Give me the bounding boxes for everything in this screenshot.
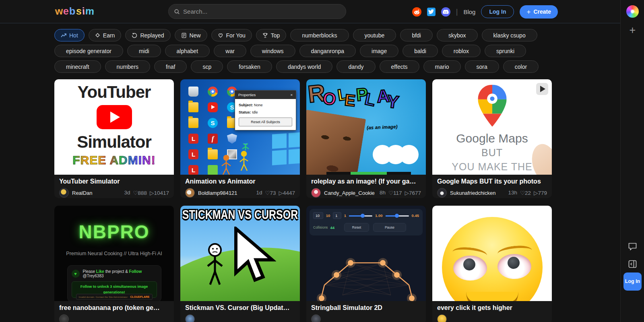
author-name[interactable]: Boldlamp984121 bbox=[198, 190, 253, 196]
tag-forsaken[interactable]: forsaken bbox=[227, 60, 272, 73]
thumbnail bbox=[432, 206, 552, 301]
filter-top[interactable]: Top bbox=[256, 29, 287, 41]
project-card-every-click[interactable]: every click it gets higher bbox=[432, 206, 552, 322]
tag-color[interactable]: color bbox=[503, 60, 539, 73]
tag-dandy[interactable]: dandy bbox=[336, 60, 375, 73]
like-icon: ♡ bbox=[133, 190, 138, 196]
card-title: every click it gets higher bbox=[432, 301, 552, 312]
close-icon[interactable]: × bbox=[290, 93, 293, 97]
author-name[interactable]: Sukunafriedchicken bbox=[450, 190, 505, 196]
tag-sora[interactable]: sora bbox=[465, 60, 499, 73]
card-title: free nanobanana pro (token ge… bbox=[54, 301, 174, 312]
emoji-eye bbox=[497, 254, 531, 279]
filter-hot[interactable]: Hot bbox=[54, 29, 85, 41]
top-header: websim | Blog Log In + Create bbox=[0, 0, 620, 23]
stringball-network bbox=[306, 241, 426, 301]
filter-replayed[interactable]: Replayed bbox=[125, 29, 170, 41]
avatar[interactable] bbox=[59, 314, 69, 322]
avatar[interactable] bbox=[59, 188, 69, 198]
shield-icon bbox=[227, 134, 237, 144]
card-meta: Sukunafriedchicken 13h ♡22 ▷779 bbox=[432, 186, 552, 198]
tag-war[interactable]: war bbox=[214, 45, 246, 57]
tag-youtube[interactable]: youtube bbox=[353, 29, 396, 41]
search-input[interactable] bbox=[183, 8, 341, 15]
filter-row-1: Hot Earn Replayed New For You Top number… bbox=[54, 29, 537, 41]
avatar[interactable] bbox=[311, 188, 321, 198]
tag-klasky-csupo[interactable]: klasky csupo bbox=[482, 29, 537, 41]
tag-fnaf[interactable]: fnaf bbox=[154, 60, 187, 73]
tag-dandys-world[interactable]: dandys world bbox=[276, 60, 333, 73]
reset-button[interactable]: Reset bbox=[344, 223, 369, 232]
card-meta bbox=[180, 312, 300, 322]
header-actions: | Blog Log In + Create bbox=[412, 0, 558, 23]
tag-numberblocks[interactable]: numberblocks bbox=[290, 29, 349, 41]
tag-image[interactable]: image bbox=[360, 45, 398, 57]
websim-logo[interactable]: websim bbox=[55, 5, 95, 17]
twitter-icon[interactable] bbox=[427, 8, 436, 16]
project-card-stringball-simulator[interactable]: 10 10 1 1 1.00 0.45 Collisions 44 Reset … bbox=[306, 206, 426, 322]
thumb-text: STICKMAN VS CURSOR bbox=[180, 207, 300, 222]
tag-numbers[interactable]: numbers bbox=[105, 60, 150, 73]
avatar[interactable] bbox=[185, 188, 195, 198]
thumbnail: Google Maps BUT YOU MAKE THE bbox=[432, 79, 552, 175]
card-title: Stringball Simulator 2D bbox=[306, 301, 426, 312]
tag-sprunki[interactable]: sprunki bbox=[485, 45, 526, 57]
rail-login-button[interactable]: Log In bbox=[623, 272, 642, 291]
tag-scp[interactable]: scp bbox=[191, 60, 223, 73]
add-icon[interactable]: + bbox=[621, 25, 644, 36]
collapse-panel-icon[interactable] bbox=[627, 259, 638, 269]
project-card-youtuber-simulator[interactable]: YouTuber Simulator FREE ADMIN! YouTuber … bbox=[54, 79, 174, 198]
project-card-google-maps-but[interactable]: Google Maps BUT YOU MAKE THE Google Maps… bbox=[432, 79, 552, 198]
create-button[interactable]: + Create bbox=[520, 5, 558, 19]
blog-link[interactable]: Blog bbox=[463, 8, 475, 15]
discord-icon[interactable] bbox=[441, 7, 450, 17]
login-button[interactable]: Log In bbox=[481, 5, 514, 18]
tag-baldi[interactable]: baldi bbox=[402, 45, 438, 57]
project-card-roleplay-as-an-image[interactable]: ROLEPLAY (as an image) roleplay as an im… bbox=[306, 79, 426, 198]
search-icon bbox=[174, 8, 180, 15]
play-overlay-button[interactable] bbox=[536, 83, 548, 95]
pause-button[interactable]: Pause bbox=[373, 223, 406, 232]
rainbow-logo-icon[interactable] bbox=[626, 5, 639, 18]
skype-icon bbox=[208, 118, 218, 128]
author-name[interactable]: RealDan bbox=[72, 190, 121, 196]
project-card-stickman-vs-cursor[interactable]: STICKMAN VS CURSOR Stickman VS. Cursor (… bbox=[180, 206, 300, 322]
number-input[interactable]: 10 bbox=[313, 212, 323, 219]
tag-windows[interactable]: windows bbox=[250, 45, 295, 57]
slider[interactable] bbox=[386, 214, 409, 218]
filter-for-you[interactable]: For You bbox=[211, 29, 252, 41]
tag-alphabet[interactable]: alphabet bbox=[165, 45, 210, 57]
number-input[interactable]: 1 bbox=[333, 212, 341, 219]
search-bar[interactable] bbox=[168, 4, 346, 19]
tag-midi[interactable]: midi bbox=[127, 45, 161, 57]
thumbnail: 10 10 1 1 1.00 0.45 Collisions 44 Reset … bbox=[306, 206, 426, 301]
filter-earn[interactable]: Earn bbox=[89, 29, 122, 41]
project-card-free-nanobanana-pro[interactable]: NBPRO Premium Neural Cooking // Ultra Hi… bbox=[54, 206, 174, 322]
filter-new[interactable]: New bbox=[175, 29, 207, 41]
avatar[interactable] bbox=[311, 314, 321, 322]
tag-episode-generator[interactable]: episode generator bbox=[54, 45, 123, 57]
avatar[interactable] bbox=[437, 188, 447, 198]
avatar[interactable] bbox=[437, 314, 447, 322]
greenbox-icon bbox=[208, 165, 218, 175]
filter-row-3: minecraft numbers fnaf scp forsaken dand… bbox=[54, 60, 539, 73]
tag-mario[interactable]: mario bbox=[423, 60, 461, 73]
thumb-text: YouTuber bbox=[78, 83, 151, 102]
plus-icon: + bbox=[526, 8, 530, 15]
author-name[interactable]: Candy_Apple_Cookie bbox=[324, 190, 376, 196]
tag-skybox[interactable]: skybox bbox=[437, 29, 478, 41]
project-card-animation-vs-animator[interactable]: Properties × Subject: None Status: Idle … bbox=[180, 79, 300, 198]
tag-minecraft[interactable]: minecraft bbox=[54, 60, 101, 73]
card-stats: 8h ♡117 ▷7677 bbox=[380, 190, 421, 196]
reset-all-subjects-button[interactable]: Reset All Subjects bbox=[239, 118, 292, 126]
reddit-icon[interactable] bbox=[412, 7, 421, 17]
tag-bfdi[interactable]: bfdi bbox=[400, 29, 433, 41]
slider[interactable] bbox=[349, 214, 372, 218]
chat-icon[interactable] bbox=[627, 242, 638, 251]
tag-roblox[interactable]: roblox bbox=[442, 45, 481, 57]
avatar[interactable] bbox=[185, 314, 195, 322]
thumb-text: Premium Neural Cooking // Ultra High-Fi … bbox=[54, 251, 174, 256]
play-count-icon: ▷ bbox=[150, 190, 154, 196]
tag-effects[interactable]: effects bbox=[380, 60, 419, 73]
tag-danganronpa[interactable]: danganronpa bbox=[299, 45, 356, 57]
